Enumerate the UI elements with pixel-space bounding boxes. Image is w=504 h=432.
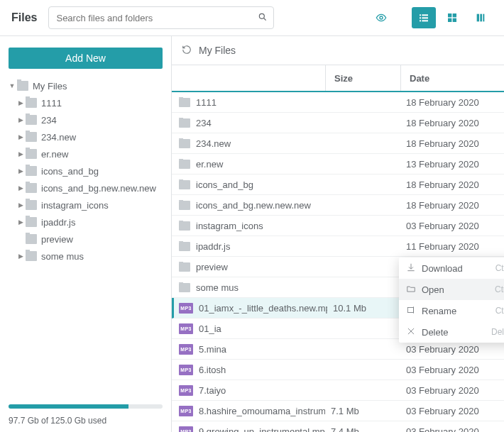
file-row[interactable]: MP37.taiyo03 February 2020 bbox=[172, 380, 504, 401]
folder-icon bbox=[26, 98, 37, 108]
file-size: 7.1 Mb bbox=[325, 406, 400, 416]
mp3-file-icon: MP3 bbox=[179, 365, 193, 375]
refresh-button[interactable] bbox=[182, 45, 192, 57]
svg-point-2 bbox=[380, 16, 383, 19]
folder-icon bbox=[179, 98, 190, 107]
svg-point-0 bbox=[260, 13, 265, 18]
file-name: some mus bbox=[196, 282, 239, 293]
chevron-down-icon[interactable]: ▼ bbox=[9, 82, 16, 89]
file-row[interactable]: icons_and_bg.new.new.new18 February 2020 bbox=[172, 195, 504, 216]
ctx-shortcut: Del / ← bbox=[491, 327, 504, 337]
chevron-right-icon[interactable]: ▶ bbox=[17, 133, 24, 140]
file-name: 7.taiyo bbox=[199, 385, 226, 396]
tree-item-label: 234.new bbox=[41, 132, 76, 143]
file-row[interactable]: MP38.hashire_omoumama_instrumental.mp37.… bbox=[172, 401, 504, 421]
grid-header: Size Date bbox=[172, 65, 504, 92]
search-input[interactable] bbox=[55, 12, 258, 24]
preview-toggle-button[interactable] bbox=[369, 7, 393, 28]
breadcrumb[interactable]: My Files bbox=[199, 45, 236, 56]
folder-icon bbox=[179, 283, 190, 292]
mp3-file-icon: MP3 bbox=[179, 406, 193, 416]
tree-item[interactable]: ▶ipaddr.js bbox=[9, 214, 163, 231]
tree-item[interactable]: ▶icons_and_bg.new.new.new bbox=[9, 179, 163, 196]
tree-item-label: icons_and_bg bbox=[41, 166, 99, 177]
file-name: 6.itosh bbox=[199, 365, 226, 375]
chevron-right-icon[interactable]: ▶ bbox=[17, 150, 24, 157]
chevron-right-icon[interactable]: ▶ bbox=[17, 99, 24, 106]
add-new-button[interactable]: Add New bbox=[9, 48, 163, 69]
mp3-file-icon: MP3 bbox=[179, 385, 193, 396]
ctx-download[interactable]: DownloadCtrl+D bbox=[399, 257, 504, 279]
delete-icon bbox=[406, 326, 416, 338]
ctx-shortcut: Ctrl+O bbox=[495, 284, 504, 294]
folder-icon bbox=[179, 262, 190, 272]
file-row[interactable]: MP36.itosh03 February 2020 bbox=[172, 360, 504, 380]
folder-icon bbox=[26, 200, 37, 210]
file-row[interactable]: ipaddr.js11 February 2020 bbox=[172, 236, 504, 257]
mp3-file-icon: MP3 bbox=[179, 303, 193, 314]
chevron-right-icon[interactable]: ▶ bbox=[17, 116, 24, 123]
tree-item[interactable]: ▶234.new bbox=[9, 128, 163, 145]
view-grid-button[interactable] bbox=[440, 7, 464, 28]
chevron-right-icon[interactable]: ▶ bbox=[17, 167, 24, 175]
search-icon bbox=[258, 12, 268, 24]
tree-item-label: preview bbox=[41, 234, 73, 245]
col-name-header[interactable] bbox=[172, 65, 325, 91]
app-title: Files bbox=[11, 11, 37, 24]
chevron-right-icon[interactable]: ▶ bbox=[17, 253, 24, 260]
folder-icon bbox=[26, 234, 37, 244]
mp3-file-icon: MP3 bbox=[179, 426, 193, 433]
svg-rect-5 bbox=[420, 17, 421, 18]
file-name: ipaddr.js bbox=[196, 241, 230, 252]
svg-rect-3 bbox=[420, 14, 421, 16]
file-row[interactable]: 23418 February 2020 bbox=[172, 113, 504, 133]
svg-rect-10 bbox=[453, 13, 456, 17]
svg-rect-6 bbox=[422, 17, 428, 18]
folder-icon bbox=[26, 166, 37, 176]
file-row[interactable]: icons_and_bg18 February 2020 bbox=[172, 175, 504, 195]
file-row[interactable]: instagram_icons03 February 2020 bbox=[172, 216, 504, 236]
tree-item[interactable]: ▶instagram_icons bbox=[9, 196, 163, 214]
file-date: 03 February 2020 bbox=[400, 344, 504, 355]
chevron-right-icon[interactable]: ▶ bbox=[17, 184, 24, 192]
folder-icon bbox=[26, 115, 37, 125]
file-name: icons_and_bg.new.new.new bbox=[196, 200, 311, 211]
mp3-file-icon: MP3 bbox=[179, 323, 193, 334]
view-details-button[interactable] bbox=[469, 7, 493, 28]
file-name: preview bbox=[196, 262, 228, 272]
folder-icon bbox=[26, 132, 37, 142]
col-date-header[interactable]: Date bbox=[400, 65, 504, 91]
tree-item[interactable]: ▶some mus bbox=[9, 248, 163, 265]
tree-item-label: some mus bbox=[41, 251, 84, 262]
ctx-rename[interactable]: RenameCtrl+R bbox=[399, 300, 504, 321]
file-date: 03 February 2020 bbox=[400, 221, 504, 231]
col-size-header[interactable]: Size bbox=[325, 65, 400, 91]
open-icon bbox=[406, 284, 416, 296]
file-name: 5.mina bbox=[199, 344, 226, 355]
tree-item[interactable]: ▶234 bbox=[9, 111, 163, 128]
ctx-open[interactable]: OpenCtrl+O bbox=[399, 279, 504, 300]
file-row[interactable]: 234.new18 February 2020 bbox=[172, 133, 504, 154]
file-date: 03 February 2020 bbox=[400, 385, 504, 396]
chevron-right-icon: ▶ bbox=[17, 236, 24, 243]
tree-item[interactable]: ▶1111 bbox=[9, 94, 163, 111]
ctx-delete[interactable]: DeleteDel / ← bbox=[399, 321, 504, 343]
file-name: 9.growing_up_instrumental.mp3 bbox=[199, 426, 325, 433]
file-row[interactable]: 111118 February 2020 bbox=[172, 92, 504, 113]
svg-rect-16 bbox=[407, 307, 413, 312]
file-row[interactable]: MP39.growing_up_instrumental.mp37.4 Mb03… bbox=[172, 421, 504, 432]
rename-icon bbox=[406, 305, 416, 317]
tree-item[interactable]: ▶preview bbox=[9, 231, 163, 248]
tree-root[interactable]: ▼ My Files bbox=[9, 77, 163, 94]
chevron-right-icon[interactable]: ▶ bbox=[17, 218, 24, 226]
tree-item[interactable]: ▶er.new bbox=[9, 145, 163, 162]
search-box[interactable] bbox=[48, 6, 274, 29]
file-row[interactable]: er.new13 February 2020 bbox=[172, 154, 504, 175]
file-date: 03 February 2020 bbox=[400, 406, 504, 416]
folder-icon bbox=[179, 201, 190, 210]
chevron-right-icon[interactable]: ▶ bbox=[17, 201, 24, 209]
tree-item[interactable]: ▶icons_and_bg bbox=[9, 162, 163, 179]
view-list-button[interactable] bbox=[412, 7, 436, 28]
storage-fill bbox=[9, 404, 128, 409]
svg-rect-7 bbox=[420, 20, 421, 21]
